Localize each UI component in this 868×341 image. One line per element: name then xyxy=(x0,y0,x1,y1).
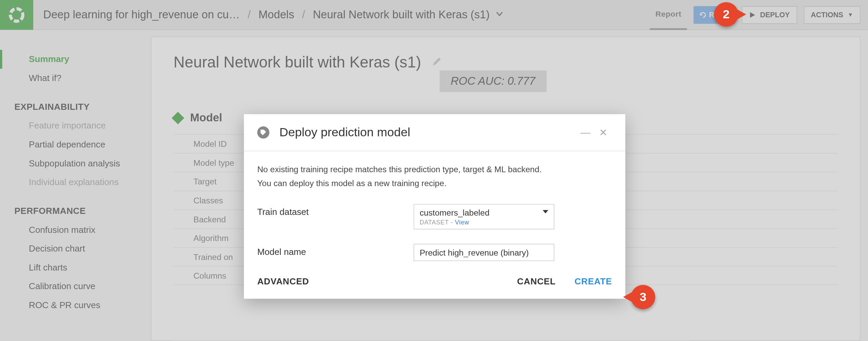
dialog-info-line: No existing training recipe matches this… xyxy=(257,163,612,176)
create-button[interactable]: CREATE xyxy=(575,277,612,286)
tag-icon xyxy=(257,126,270,139)
deploy-model-dialog: Deploy prediction model — ✕ No existing … xyxy=(244,114,625,299)
model-name-label: Model name xyxy=(257,244,414,257)
model-name-input[interactable] xyxy=(414,244,554,261)
dropdown-subtext: DATASET - View xyxy=(420,219,538,226)
annotation-callout-3: 3 xyxy=(631,285,655,309)
dialog-info-line: You can deploy this model as a new train… xyxy=(257,177,612,189)
train-dataset-dropdown[interactable]: customers_labeled DATASET - View xyxy=(414,204,554,229)
view-dataset-link[interactable]: View xyxy=(455,219,469,226)
caret-down-icon xyxy=(543,210,548,214)
cancel-button[interactable]: CANCEL xyxy=(517,277,556,286)
dialog-title: Deploy prediction model xyxy=(279,125,576,140)
dropdown-value: customers_labeled xyxy=(420,208,538,217)
train-dataset-label: Train dataset xyxy=(257,204,414,217)
minimize-icon[interactable]: — xyxy=(576,127,595,138)
annotation-callout-2: 2 xyxy=(714,2,738,27)
advanced-button[interactable]: ADVANCED xyxy=(257,277,309,286)
close-icon[interactable]: ✕ xyxy=(595,126,612,139)
